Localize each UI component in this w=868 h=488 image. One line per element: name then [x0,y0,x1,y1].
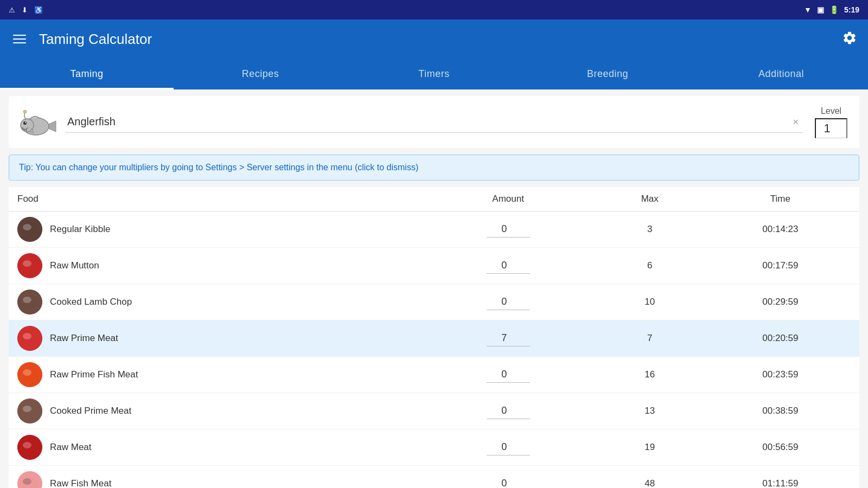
amount-input-cooked-prime-meat[interactable] [487,403,530,419]
max-cell-cooked-prime-meat: 13 [598,393,701,429]
settings-button[interactable] [842,30,857,48]
raw-prime-fish-meat-icon [17,362,42,387]
warning-icon: ⚠ [9,6,15,14]
table-row: Cooked Prime Meat 13 00:38:59 [9,393,859,429]
status-bar: ⚠ ⬇ ♿ ▼ ▣ 🔋 5:19 [0,0,868,20]
app-title: Taming Calculator [39,31,152,48]
raw-fish-meat-icon [17,471,42,488]
food-cell-raw-meat: Raw Meat [9,429,418,466]
cooked-lamb-chop-icon [17,290,42,314]
food-cell-raw-prime-fish-meat: Raw Prime Fish Meat [9,357,418,393]
tip-bar[interactable]: Tip: You can change your multipliers by … [9,155,859,181]
table-row: Raw Mutton 6 00:17:59 [9,248,859,284]
amount-input-raw-mutton[interactable] [487,258,530,274]
regular-kibble-icon [17,217,42,242]
tab-breeding[interactable]: Breeding [521,59,694,89]
hamburger-menu[interactable] [11,33,28,46]
food-name-raw-mutton: Raw Mutton [50,260,99,271]
table-row: Raw Prime Meat 7 00:20:59 [9,320,859,357]
max-cell-raw-fish-meat: 48 [598,466,701,489]
food-name-cooked-prime-meat: Cooked Prime Meat [50,406,131,416]
level-input[interactable] [815,118,847,138]
table-header-row: Food Amount Max Time [9,187,859,211]
creature-icon [15,100,59,144]
level-section: Level [809,106,853,138]
svg-point-26 [23,406,31,412]
status-bar-right: ▼ ▣ 🔋 5:19 [804,5,859,14]
amount-cell-raw-meat[interactable] [418,429,598,466]
search-field-wrapper: × [65,111,803,133]
amount-input-raw-prime-meat[interactable] [487,330,530,346]
amount-input-raw-meat[interactable] [487,439,530,455]
max-cell-raw-prime-meat: 7 [598,320,701,357]
food-name-raw-prime-meat: Raw Prime Meat [50,333,118,344]
search-input[interactable] [65,111,803,133]
food-cell-regular-kibble: Regular Kibble [9,211,418,248]
anglerfish-image [15,100,59,144]
main-content: × Level Tip: You can change your multipl… [0,89,868,488]
svg-point-6 [23,121,27,125]
cooked-prime-meat-icon [17,399,42,423]
col-header-food: Food [9,187,418,211]
food-name-raw-meat: Raw Meat [50,442,92,453]
food-cell-raw-prime-meat: Raw Prime Meat [9,320,418,357]
svg-point-8 [23,110,27,113]
svg-point-20 [23,333,31,339]
raw-prime-meat-icon [17,326,42,351]
time-cell-cooked-lamb-chop: 00:29:59 [701,284,859,320]
amount-cell-regular-kibble[interactable] [418,211,598,248]
time-cell-raw-prime-meat: 00:20:59 [701,320,859,357]
food-cell-cooked-lamb-chop: Cooked Lamb Chop [9,284,418,320]
amount-input-cooked-lamb-chop[interactable] [487,294,530,310]
max-cell-cooked-lamb-chop: 10 [598,284,701,320]
app-bar: Taming Calculator [0,20,868,59]
table-row: Raw Fish Meat 48 01:11:59 [9,466,859,489]
clock: 5:19 [844,5,859,14]
amount-cell-cooked-lamb-chop[interactable] [418,284,598,320]
col-header-amount: Amount [418,187,598,211]
max-cell-raw-meat: 19 [598,429,701,466]
time-cell-raw-mutton: 00:17:59 [701,248,859,284]
amount-cell-raw-mutton[interactable] [418,248,598,284]
nav-tabs: Taming Recipes Timers Breeding Additiona… [0,59,868,89]
svg-point-7 [25,122,26,123]
svg-point-29 [23,442,31,448]
food-name-raw-prime-fish-meat: Raw Prime Fish Meat [50,369,138,380]
table-row: Regular Kibble 3 00:14:23 [9,211,859,248]
amount-input-raw-prime-fish-meat[interactable] [487,367,530,383]
app-bar-left: Taming Calculator [11,31,152,48]
food-name-raw-fish-meat: Raw Fish Meat [50,478,111,488]
signal-icon: ▣ [817,5,824,14]
battery-icon: 🔋 [829,5,839,14]
gear-icon [842,30,857,46]
time-cell-regular-kibble: 00:14:23 [701,211,859,248]
amount-cell-raw-fish-meat[interactable] [418,466,598,489]
max-cell-regular-kibble: 3 [598,211,701,248]
max-cell-raw-prime-fish-meat: 16 [598,357,701,393]
time-cell-cooked-prime-meat: 00:38:59 [701,393,859,429]
amount-cell-raw-prime-fish-meat[interactable] [418,357,598,393]
time-cell-raw-meat: 00:56:59 [701,429,859,466]
amount-cell-cooked-prime-meat[interactable] [418,393,598,429]
tab-recipes[interactable]: Recipes [174,59,347,89]
svg-point-14 [23,260,31,267]
clear-button[interactable]: × [793,117,799,127]
tab-timers[interactable]: Timers [347,59,521,89]
food-cell-cooked-prime-meat: Cooked Prime Meat [9,393,418,429]
tab-additional[interactable]: Additional [694,59,868,89]
svg-point-32 [23,478,31,485]
accessibility-icon: ♿ [34,6,43,14]
tab-taming[interactable]: Taming [0,59,174,89]
col-header-max: Max [598,187,701,211]
amount-cell-raw-prime-meat[interactable] [418,320,598,357]
amount-input-raw-fish-meat[interactable] [487,476,530,488]
level-label: Level [821,106,841,116]
food-cell-raw-mutton: Raw Mutton [9,248,418,284]
search-row: × Level [9,96,859,148]
col-header-time: Time [701,187,859,211]
table-row: Cooked Lamb Chop 10 00:29:59 [9,284,859,320]
food-name-cooked-lamb-chop: Cooked Lamb Chop [50,297,132,307]
download-icon: ⬇ [22,6,28,14]
amount-input-regular-kibble[interactable] [487,221,530,237]
food-name-regular-kibble: Regular Kibble [50,224,111,235]
